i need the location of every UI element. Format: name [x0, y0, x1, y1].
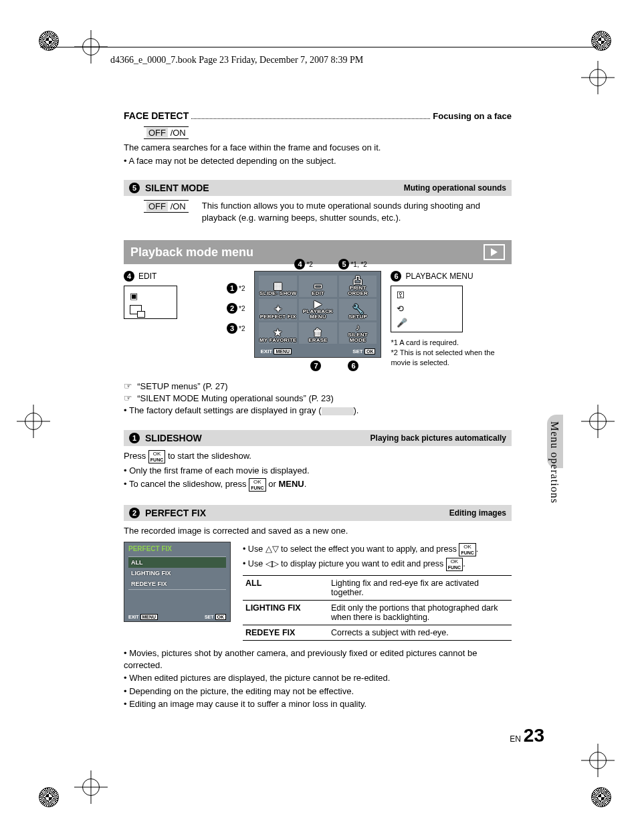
- slideshow-b1: Only the first frame of each movie is di…: [124, 465, 512, 477]
- anno2: *2: [239, 305, 245, 312]
- dot-leader: [191, 112, 430, 119]
- opt-off-2: OFF: [146, 201, 168, 211]
- printer-sunburst-br: [591, 787, 611, 809]
- pf-use2: Use ◁▷ to display picture you want to ed…: [243, 558, 512, 571]
- page-num: 23: [524, 725, 544, 746]
- ok-func-icon: OKFUNC: [249, 478, 265, 492]
- face-detect-heading: FACE DETECT Focusing on a face: [124, 110, 512, 121]
- pf-row-light-val: Edit only the portions that photographed…: [328, 601, 512, 625]
- rotate-icon: ⟲: [397, 304, 457, 314]
- default-note: The factory default settings are display…: [124, 405, 512, 417]
- face-detect-note: A face may not be detected depending on …: [124, 155, 512, 167]
- crop-target-ml: [20, 408, 47, 437]
- printer-sunburst-bl: [39, 787, 59, 809]
- slideshow-title: SLIDESHOW: [145, 433, 202, 443]
- silent-mode-bar: 5 SILENT MODE Muting operational sounds: [124, 180, 512, 196]
- menu-playback-menu: ▶PLAYBACK MENU: [299, 299, 337, 320]
- pf-row-redeye-val: Corrects a subject with red-eye.: [328, 625, 512, 641]
- printer-sunburst-tr: [591, 31, 611, 53]
- edit-label: EDIT: [138, 272, 156, 281]
- playback-title: Playback mode menu: [130, 245, 253, 259]
- pf-note-1: Movies, pictures shot by another camera,…: [124, 647, 512, 671]
- anno-bottom: 7 6: [254, 360, 381, 371]
- menu-erase: 🗑ERASE: [299, 322, 337, 344]
- pm-box: ⚿ ⟲ 🎤: [391, 286, 463, 332]
- silent-num: 5: [129, 183, 140, 193]
- header-text: d4366_e_0000_7.book Page 23 Friday, Dece…: [110, 55, 363, 66]
- silent-title: SILENT MODE: [145, 183, 209, 193]
- slideshow-b2: To cancel the slideshow, press OKFUNC or…: [124, 478, 512, 492]
- perfect-intro: The recorded image is corrected and save…: [124, 525, 512, 537]
- face-detect-options: OFF /ON: [124, 126, 512, 139]
- slideshow-subtitle: Playing back pictures automatically: [370, 433, 506, 443]
- menu-print-order: 凸PRINT ORDER: [339, 276, 377, 297]
- anno-top5: *1, *2: [350, 261, 366, 268]
- crop-target-bl: [78, 774, 104, 803]
- pf-item-all: ALL: [128, 557, 226, 568]
- anno-top4: *2: [306, 261, 312, 268]
- menu-footer: EXIT MENU SET OK: [259, 346, 377, 356]
- slideshow-bar: 1 SLIDESHOW Playing back pictures automa…: [124, 430, 512, 446]
- face-detect-notes: A face may not be detected depending on …: [124, 155, 512, 167]
- key-icon: ⚿: [397, 290, 457, 300]
- anno1: *2: [239, 285, 245, 292]
- pf-row-light-key: LIGHTING FIX: [243, 601, 328, 625]
- ok-func-icon: OKFUNC: [459, 543, 475, 556]
- playback-diagram: 4 EDIT ▣ 1*2 2*2 3*2 4*2 5*1, *2 ▦SLIDE-…: [124, 271, 512, 371]
- silent-options: OFF /ON: [124, 200, 189, 213]
- menu-edit: ▭EDIT: [299, 276, 337, 297]
- opt-on: /ON: [171, 128, 186, 138]
- edit-num: 4: [124, 271, 134, 282]
- side-tab-label: Menu operations: [548, 421, 560, 504]
- anno-left-stack: 1*2 2*2 3*2: [227, 271, 245, 334]
- perfect-fix-table: ALLLighting fix and red-eye fix are acti…: [243, 575, 512, 641]
- ref1: “SETUP menus” (P. 27): [137, 381, 227, 391]
- crop-target-tl: [78, 33, 104, 62]
- ref2: “SILENT MODE Muting operational sounds” …: [137, 393, 334, 403]
- page-lang: EN: [510, 734, 521, 744]
- crop-icon: [130, 305, 142, 314]
- slideshow-press: Press OKFUNC to start the slideshow.: [124, 450, 512, 463]
- perfect-subtitle: Editing images: [449, 508, 506, 518]
- anno3: *2: [239, 325, 245, 332]
- pf-note-3: Depending on the picture, the editing ma…: [124, 686, 512, 698]
- face-detect-subtitle: Focusing on a face: [433, 111, 512, 121]
- silent-subtitle: Muting operational sounds: [404, 183, 506, 193]
- pf-row-all-val: Lighting fix and red-eye fix are activat…: [328, 576, 512, 601]
- pointer-icon: ☞: [124, 393, 132, 403]
- gray-swatch: [322, 407, 354, 415]
- menu-slideshow: ▦SLIDE- SHOW: [259, 276, 297, 297]
- crop-target-tr: [584, 64, 611, 93]
- silent-desc: This function allows you to mute operati…: [202, 200, 512, 224]
- footnote-2: *2 This is not selected when the movie i…: [391, 348, 512, 368]
- opt-off: OFF: [146, 128, 168, 138]
- pf-note-4: Editing an image may cause it to suffer …: [124, 698, 512, 710]
- pf-item-redeye: REDEYE FIX: [128, 579, 226, 589]
- pointer-icon: ☞: [124, 381, 132, 391]
- pf-use1: Use △▽ to select the effect you want to …: [243, 543, 512, 556]
- slideshow-num: 1: [129, 433, 140, 443]
- perfect-fix-screen: PERFECT FIX ALL LIGHTING FIX REDEYE FIX …: [124, 542, 231, 622]
- pf-screen-title: PERFECT FIX: [128, 545, 226, 552]
- printer-sunburst-tl: [39, 31, 59, 53]
- menu-perfect-fix: ✦PERFECT FIX: [259, 299, 297, 320]
- playback-bar: Playback mode menu: [124, 240, 512, 264]
- header-rule: [40, 47, 598, 47]
- pf-row-redeye-key: REDEYE FIX: [243, 625, 328, 641]
- menu-my-favorite: ★MY FAVORITE: [259, 322, 297, 344]
- pm-label: PLAYBACK MENU: [405, 272, 473, 281]
- pm-num: 6: [391, 271, 401, 282]
- face-detect-title: FACE DETECT: [124, 110, 189, 121]
- pf-note-2: When edited pictures are displayed, the …: [124, 672, 512, 684]
- perfect-num: 2: [129, 508, 140, 518]
- menu-setup: 🔧SETUP: [339, 299, 377, 320]
- pf-item-light: LIGHTING FIX: [128, 568, 226, 579]
- pf-row-all-key: ALL: [243, 576, 328, 601]
- cross-refs: ☞ “SETUP menus” (P. 27) ☞ “SILENT MODE M…: [124, 381, 512, 403]
- opt-on-2: /ON: [171, 201, 186, 211]
- page-number: EN 23: [510, 725, 544, 746]
- crop-target-br: [584, 747, 611, 776]
- perfect-title: PERFECT FIX: [145, 508, 206, 518]
- play-icon: [484, 244, 505, 260]
- face-detect-desc: The camera searches for a face within th…: [124, 142, 512, 154]
